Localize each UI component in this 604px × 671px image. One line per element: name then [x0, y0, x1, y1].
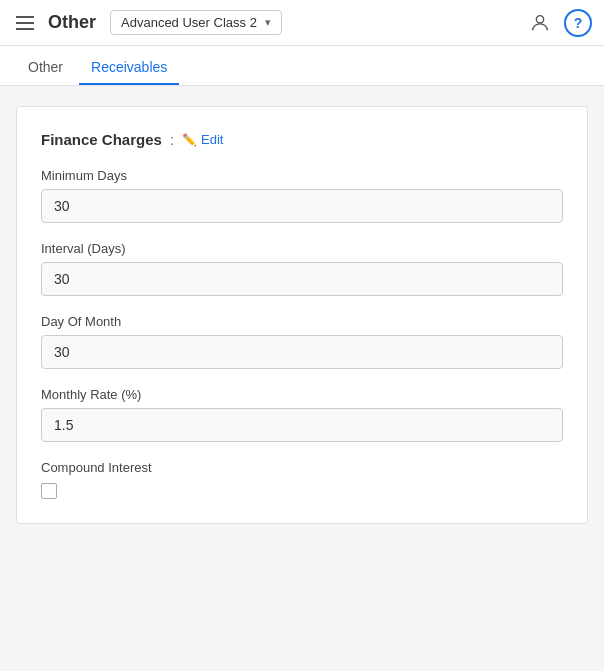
header-title: Other	[48, 12, 96, 33]
user-icon[interactable]	[526, 9, 554, 37]
day-of-month-group: Day Of Month	[41, 314, 563, 369]
interval-days-input[interactable]	[41, 262, 563, 296]
card-separator: :	[170, 131, 174, 148]
day-of-month-input[interactable]	[41, 335, 563, 369]
main-content: Finance Charges : ✏️ Edit Minimum Days I…	[0, 86, 604, 544]
app-header: Other Advanced User Class 2 ▾ ?	[0, 0, 604, 46]
svg-point-0	[536, 15, 543, 22]
compound-interest-checkbox[interactable]	[41, 483, 57, 499]
chevron-down-icon: ▾	[265, 16, 271, 29]
header-icons: ?	[526, 9, 592, 37]
monthly-rate-input[interactable]	[41, 408, 563, 442]
help-icon[interactable]: ?	[564, 9, 592, 37]
minimum-days-label: Minimum Days	[41, 168, 563, 183]
interval-days-label: Interval (Days)	[41, 241, 563, 256]
compound-interest-group: Compound Interest	[41, 460, 563, 499]
edit-pencil-icon: ✏️	[182, 133, 197, 147]
dropdown-label: Advanced User Class 2	[121, 15, 257, 30]
edit-link[interactable]: ✏️ Edit	[182, 132, 223, 147]
tab-receivables[interactable]: Receivables	[79, 51, 179, 85]
minimum-days-input[interactable]	[41, 189, 563, 223]
card-header: Finance Charges : ✏️ Edit	[41, 131, 563, 148]
help-label: ?	[574, 15, 583, 31]
tab-other[interactable]: Other	[16, 51, 75, 85]
card-title: Finance Charges	[41, 131, 162, 148]
interval-days-group: Interval (Days)	[41, 241, 563, 296]
minimum-days-group: Minimum Days	[41, 168, 563, 223]
monthly-rate-label: Monthly Rate (%)	[41, 387, 563, 402]
finance-charges-card: Finance Charges : ✏️ Edit Minimum Days I…	[16, 106, 588, 524]
compound-interest-wrapper	[41, 483, 563, 499]
edit-label: Edit	[201, 132, 223, 147]
compound-interest-label: Compound Interest	[41, 460, 563, 475]
tab-bar: Other Receivables	[0, 46, 604, 86]
class-dropdown[interactable]: Advanced User Class 2 ▾	[110, 10, 282, 35]
hamburger-icon[interactable]	[12, 12, 38, 34]
monthly-rate-group: Monthly Rate (%)	[41, 387, 563, 442]
day-of-month-label: Day Of Month	[41, 314, 563, 329]
